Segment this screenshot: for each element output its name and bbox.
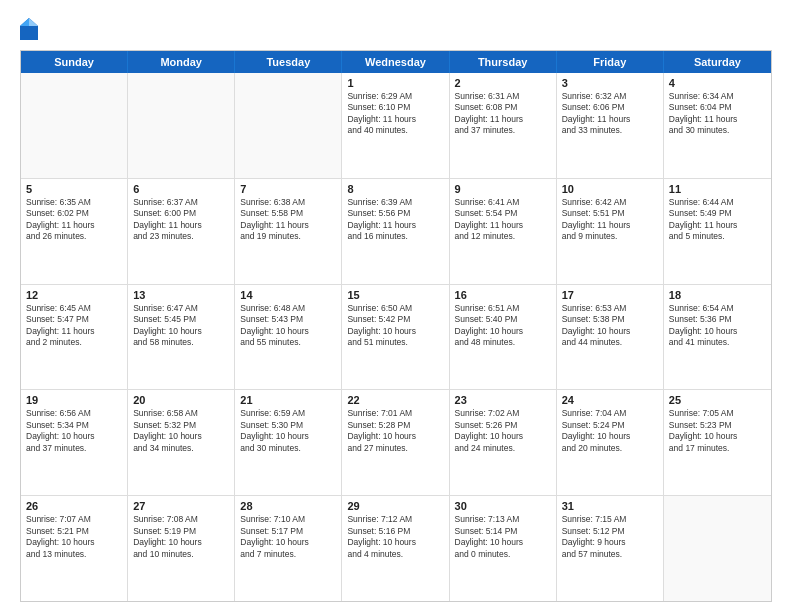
cell-text: Sunrise: 6:38 AM Sunset: 5:58 PM Dayligh… (240, 197, 336, 243)
day-number: 13 (133, 289, 229, 301)
cell-text: Sunrise: 6:44 AM Sunset: 5:49 PM Dayligh… (669, 197, 766, 243)
cal-cell: 25Sunrise: 7:05 AM Sunset: 5:23 PM Dayli… (664, 390, 771, 495)
cal-cell: 20Sunrise: 6:58 AM Sunset: 5:32 PM Dayli… (128, 390, 235, 495)
cell-text: Sunrise: 6:56 AM Sunset: 5:34 PM Dayligh… (26, 408, 122, 454)
cell-text: Sunrise: 6:35 AM Sunset: 6:02 PM Dayligh… (26, 197, 122, 243)
cell-text: Sunrise: 7:05 AM Sunset: 5:23 PM Dayligh… (669, 408, 766, 454)
day-number: 30 (455, 500, 551, 512)
cell-text: Sunrise: 6:37 AM Sunset: 6:00 PM Dayligh… (133, 197, 229, 243)
cal-row-2: 12Sunrise: 6:45 AM Sunset: 5:47 PM Dayli… (21, 285, 771, 391)
cal-cell: 19Sunrise: 6:56 AM Sunset: 5:34 PM Dayli… (21, 390, 128, 495)
cal-cell: 16Sunrise: 6:51 AM Sunset: 5:40 PM Dayli… (450, 285, 557, 390)
cell-text: Sunrise: 6:31 AM Sunset: 6:08 PM Dayligh… (455, 91, 551, 137)
header (20, 18, 772, 40)
cell-text: Sunrise: 6:39 AM Sunset: 5:56 PM Dayligh… (347, 197, 443, 243)
cal-cell: 11Sunrise: 6:44 AM Sunset: 5:49 PM Dayli… (664, 179, 771, 284)
cal-cell: 4Sunrise: 6:34 AM Sunset: 6:04 PM Daylig… (664, 73, 771, 178)
day-number: 23 (455, 394, 551, 406)
cell-text: Sunrise: 6:54 AM Sunset: 5:36 PM Dayligh… (669, 303, 766, 349)
day-number: 25 (669, 394, 766, 406)
day-number: 12 (26, 289, 122, 301)
cal-cell: 31Sunrise: 7:15 AM Sunset: 5:12 PM Dayli… (557, 496, 664, 601)
cal-cell: 6Sunrise: 6:37 AM Sunset: 6:00 PM Daylig… (128, 179, 235, 284)
day-number: 17 (562, 289, 658, 301)
cal-cell: 30Sunrise: 7:13 AM Sunset: 5:14 PM Dayli… (450, 496, 557, 601)
cell-text: Sunrise: 6:50 AM Sunset: 5:42 PM Dayligh… (347, 303, 443, 349)
svg-marker-1 (29, 18, 38, 26)
cal-cell (235, 73, 342, 178)
cell-text: Sunrise: 6:48 AM Sunset: 5:43 PM Dayligh… (240, 303, 336, 349)
day-number: 19 (26, 394, 122, 406)
day-number: 21 (240, 394, 336, 406)
day-number: 4 (669, 77, 766, 89)
weekday-header-thursday: Thursday (450, 51, 557, 73)
logo (20, 18, 42, 40)
day-number: 11 (669, 183, 766, 195)
cal-cell: 12Sunrise: 6:45 AM Sunset: 5:47 PM Dayli… (21, 285, 128, 390)
cal-cell: 14Sunrise: 6:48 AM Sunset: 5:43 PM Dayli… (235, 285, 342, 390)
cell-text: Sunrise: 7:07 AM Sunset: 5:21 PM Dayligh… (26, 514, 122, 560)
cal-cell: 8Sunrise: 6:39 AM Sunset: 5:56 PM Daylig… (342, 179, 449, 284)
day-number: 26 (26, 500, 122, 512)
cal-cell: 29Sunrise: 7:12 AM Sunset: 5:16 PM Dayli… (342, 496, 449, 601)
calendar-header: SundayMondayTuesdayWednesdayThursdayFrid… (21, 51, 771, 73)
cal-cell: 5Sunrise: 6:35 AM Sunset: 6:02 PM Daylig… (21, 179, 128, 284)
cal-cell: 21Sunrise: 6:59 AM Sunset: 5:30 PM Dayli… (235, 390, 342, 495)
cal-cell: 9Sunrise: 6:41 AM Sunset: 5:54 PM Daylig… (450, 179, 557, 284)
day-number: 10 (562, 183, 658, 195)
cal-row-1: 5Sunrise: 6:35 AM Sunset: 6:02 PM Daylig… (21, 179, 771, 285)
weekday-header-saturday: Saturday (664, 51, 771, 73)
cal-cell (664, 496, 771, 601)
cal-cell: 28Sunrise: 7:10 AM Sunset: 5:17 PM Dayli… (235, 496, 342, 601)
day-number: 9 (455, 183, 551, 195)
cal-row-3: 19Sunrise: 6:56 AM Sunset: 5:34 PM Dayli… (21, 390, 771, 496)
cal-cell: 26Sunrise: 7:07 AM Sunset: 5:21 PM Dayli… (21, 496, 128, 601)
cal-cell: 22Sunrise: 7:01 AM Sunset: 5:28 PM Dayli… (342, 390, 449, 495)
day-number: 31 (562, 500, 658, 512)
cell-text: Sunrise: 7:08 AM Sunset: 5:19 PM Dayligh… (133, 514, 229, 560)
cal-cell: 24Sunrise: 7:04 AM Sunset: 5:24 PM Dayli… (557, 390, 664, 495)
day-number: 18 (669, 289, 766, 301)
cell-text: Sunrise: 6:34 AM Sunset: 6:04 PM Dayligh… (669, 91, 766, 137)
day-number: 7 (240, 183, 336, 195)
cell-text: Sunrise: 6:29 AM Sunset: 6:10 PM Dayligh… (347, 91, 443, 137)
logo-icon (20, 18, 38, 40)
cell-text: Sunrise: 7:12 AM Sunset: 5:16 PM Dayligh… (347, 514, 443, 560)
cal-cell: 7Sunrise: 6:38 AM Sunset: 5:58 PM Daylig… (235, 179, 342, 284)
cal-cell (128, 73, 235, 178)
cal-row-4: 26Sunrise: 7:07 AM Sunset: 5:21 PM Dayli… (21, 496, 771, 601)
cell-text: Sunrise: 7:15 AM Sunset: 5:12 PM Dayligh… (562, 514, 658, 560)
page: SundayMondayTuesdayWednesdayThursdayFrid… (0, 0, 792, 612)
day-number: 6 (133, 183, 229, 195)
day-number: 28 (240, 500, 336, 512)
cell-text: Sunrise: 6:59 AM Sunset: 5:30 PM Dayligh… (240, 408, 336, 454)
cal-cell: 3Sunrise: 6:32 AM Sunset: 6:06 PM Daylig… (557, 73, 664, 178)
cal-cell: 15Sunrise: 6:50 AM Sunset: 5:42 PM Dayli… (342, 285, 449, 390)
day-number: 20 (133, 394, 229, 406)
day-number: 24 (562, 394, 658, 406)
cell-text: Sunrise: 6:41 AM Sunset: 5:54 PM Dayligh… (455, 197, 551, 243)
day-number: 2 (455, 77, 551, 89)
cal-cell: 27Sunrise: 7:08 AM Sunset: 5:19 PM Dayli… (128, 496, 235, 601)
cal-cell: 18Sunrise: 6:54 AM Sunset: 5:36 PM Dayli… (664, 285, 771, 390)
cal-cell: 2Sunrise: 6:31 AM Sunset: 6:08 PM Daylig… (450, 73, 557, 178)
weekday-header-friday: Friday (557, 51, 664, 73)
day-number: 27 (133, 500, 229, 512)
weekday-header-sunday: Sunday (21, 51, 128, 73)
cell-text: Sunrise: 6:53 AM Sunset: 5:38 PM Dayligh… (562, 303, 658, 349)
day-number: 29 (347, 500, 443, 512)
cell-text: Sunrise: 6:32 AM Sunset: 6:06 PM Dayligh… (562, 91, 658, 137)
weekday-header-wednesday: Wednesday (342, 51, 449, 73)
day-number: 15 (347, 289, 443, 301)
day-number: 3 (562, 77, 658, 89)
cal-cell: 23Sunrise: 7:02 AM Sunset: 5:26 PM Dayli… (450, 390, 557, 495)
cell-text: Sunrise: 6:58 AM Sunset: 5:32 PM Dayligh… (133, 408, 229, 454)
day-number: 14 (240, 289, 336, 301)
cal-cell: 1Sunrise: 6:29 AM Sunset: 6:10 PM Daylig… (342, 73, 449, 178)
cell-text: Sunrise: 7:13 AM Sunset: 5:14 PM Dayligh… (455, 514, 551, 560)
calendar: SundayMondayTuesdayWednesdayThursdayFrid… (20, 50, 772, 602)
day-number: 1 (347, 77, 443, 89)
cal-cell: 13Sunrise: 6:47 AM Sunset: 5:45 PM Dayli… (128, 285, 235, 390)
cell-text: Sunrise: 6:45 AM Sunset: 5:47 PM Dayligh… (26, 303, 122, 349)
weekday-header-tuesday: Tuesday (235, 51, 342, 73)
